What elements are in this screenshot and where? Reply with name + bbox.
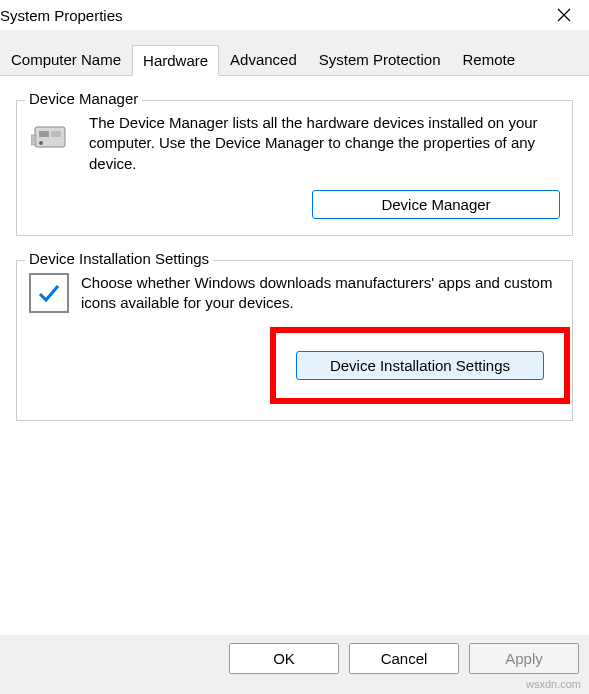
apply-button[interactable]: Apply — [469, 643, 579, 674]
svg-rect-6 — [31, 135, 36, 145]
device-manager-group: Device Manager The Device Manager lists … — [16, 100, 573, 236]
checkmark-icon — [29, 273, 69, 313]
dialog-footer: OK Cancel Apply — [229, 643, 579, 674]
device-manager-icon — [29, 113, 77, 161]
device-manager-button[interactable]: Device Manager — [312, 190, 560, 219]
device-manager-description: The Device Manager lists all the hardwar… — [89, 113, 560, 174]
tab-strip: Computer Name Hardware Advanced System P… — [0, 30, 589, 635]
close-icon — [557, 8, 571, 22]
device-installation-settings-button[interactable]: Device Installation Settings — [296, 351, 544, 380]
svg-rect-4 — [51, 131, 61, 137]
tab-system-protection[interactable]: System Protection — [308, 44, 452, 75]
svg-rect-3 — [39, 131, 49, 137]
device-manager-legend: Device Manager — [25, 90, 142, 107]
tab-computer-name[interactable]: Computer Name — [0, 44, 132, 75]
device-installation-group: Device Installation Settings Choose whet… — [16, 260, 573, 422]
window-title: System Properties — [0, 7, 123, 24]
watermark: wsxdn.com — [526, 678, 581, 690]
cancel-button[interactable]: Cancel — [349, 643, 459, 674]
tab-hardware[interactable]: Hardware — [132, 45, 219, 76]
device-installation-description: Choose whether Windows downloads manufac… — [81, 273, 560, 314]
close-button[interactable] — [547, 2, 581, 29]
tab-panel-hardware: Device Manager The Device Manager lists … — [0, 75, 589, 635]
tab-remote[interactable]: Remote — [452, 44, 527, 75]
tab-advanced[interactable]: Advanced — [219, 44, 308, 75]
svg-point-5 — [39, 141, 43, 145]
highlight-annotation: Device Installation Settings — [270, 327, 570, 404]
device-installation-legend: Device Installation Settings — [25, 250, 213, 267]
ok-button[interactable]: OK — [229, 643, 339, 674]
titlebar: System Properties — [0, 0, 589, 30]
